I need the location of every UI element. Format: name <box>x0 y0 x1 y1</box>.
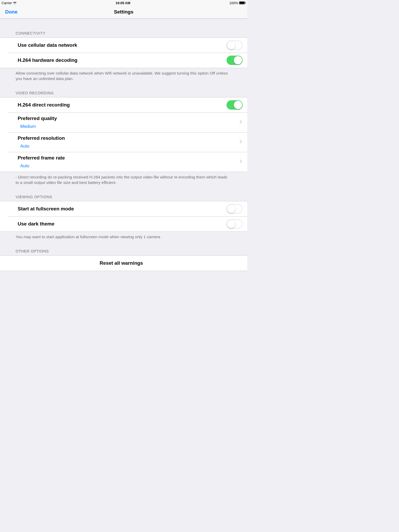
quality-value: Medium <box>18 124 36 129</box>
section-header-connectivity: Connectivity <box>0 19 247 37</box>
quality-label: Preferred quality <box>18 116 57 122</box>
chevron-right-icon <box>240 139 242 145</box>
direct-recording-toggle[interactable] <box>227 100 243 110</box>
cellular-label: Use cellular data network <box>18 42 227 48</box>
status-bar: Carrier 10:05 AM 100% <box>0 0 247 5</box>
row-fullscreen[interactable]: Start at fullscreen mode <box>0 201 247 216</box>
status-time: 10:05 AM <box>116 1 130 5</box>
dark-theme-label: Use dark theme <box>18 221 227 227</box>
section-header-other: Other options <box>0 242 247 255</box>
section-footer-connectivity: Allow connecting over cellular-data netw… <box>0 68 247 84</box>
row-preferred-quality[interactable]: Preferred quality Medium <box>0 112 247 132</box>
reset-warnings-label: Reset all warnings <box>100 260 143 266</box>
svg-rect-1 <box>240 2 244 4</box>
chevron-right-icon <box>240 159 242 164</box>
row-preferred-framerate[interactable]: Preferred frame rate Auto <box>0 152 247 172</box>
row-h264-hw[interactable]: H.264 hardware decoding <box>0 53 247 68</box>
framerate-label: Preferred frame rate <box>18 155 65 162</box>
group-connectivity: Use cellular data network H.264 hardware… <box>0 37 247 68</box>
section-header-video: Video recording <box>0 84 247 97</box>
group-viewing: Start at fullscreen mode Use dark theme <box>0 201 247 232</box>
direct-recording-label: H.264 direct recording <box>18 102 227 108</box>
done-button[interactable]: Done <box>5 9 18 15</box>
section-footer-video: - Direct recording do re-packing receive… <box>0 172 247 188</box>
wifi-icon <box>13 2 17 4</box>
row-direct-recording[interactable]: H.264 direct recording <box>0 97 247 112</box>
section-footer-viewing: You may want to start application at ful… <box>0 232 247 242</box>
chevron-right-icon <box>240 120 242 125</box>
h264-hw-label: H.264 hardware decoding <box>18 57 227 63</box>
resolution-label: Preferred resolution <box>18 135 65 142</box>
carrier-label: Carrier <box>2 1 12 5</box>
nav-bar: Done Settings <box>0 5 247 19</box>
section-header-viewing: Viewing options <box>0 188 247 201</box>
dark-theme-toggle[interactable] <box>227 219 243 229</box>
row-preferred-resolution[interactable]: Preferred resolution Auto <box>0 132 247 152</box>
cellular-toggle[interactable] <box>227 41 243 50</box>
fullscreen-toggle[interactable] <box>227 204 243 214</box>
battery-percent: 100% <box>229 1 238 5</box>
fullscreen-label: Start at fullscreen mode <box>18 206 227 212</box>
battery-icon <box>239 1 246 4</box>
framerate-value: Auto <box>18 163 29 169</box>
resolution-value: Auto <box>18 144 29 149</box>
row-reset-warnings[interactable]: Reset all warnings <box>0 256 247 271</box>
group-video: H.264 direct recording Preferred quality… <box>0 97 247 172</box>
group-other: Reset all warnings <box>0 255 247 271</box>
h264-hw-toggle[interactable] <box>227 56 243 65</box>
row-cellular[interactable]: Use cellular data network <box>0 38 247 53</box>
svg-rect-2 <box>245 2 246 4</box>
row-dark-theme[interactable]: Use dark theme <box>0 216 247 231</box>
page-title: Settings <box>114 9 134 15</box>
